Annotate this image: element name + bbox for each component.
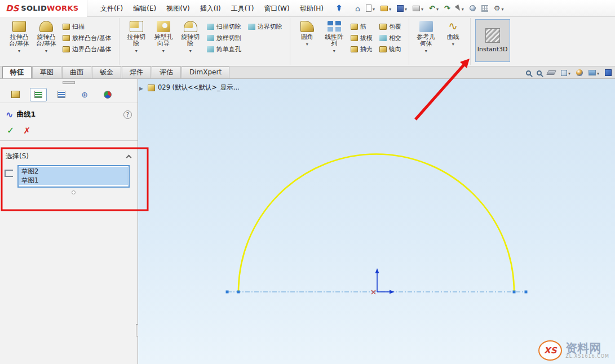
simple-hole-icon xyxy=(207,46,214,52)
menu-tools[interactable]: 工具(T) xyxy=(226,2,259,15)
file-properties-button[interactable] xyxy=(479,3,490,14)
menu-items: 文件(F) 编辑(E) 视图(V) 插入(I) 工具(T) 窗口(W) 帮助(H… xyxy=(95,2,329,15)
feature-manager-tab[interactable] xyxy=(7,88,24,101)
save-button[interactable] xyxy=(395,3,409,14)
display-manager-icon xyxy=(104,91,112,99)
menu-help[interactable]: 帮助(H) xyxy=(295,2,329,15)
shell-button[interactable]: 抽壳 xyxy=(349,43,374,55)
ok-button[interactable]: ✓ xyxy=(7,125,14,136)
intersect-button[interactable]: 相交 xyxy=(378,32,403,43)
fillet-button[interactable]: 圆角 xyxy=(294,20,321,49)
selection-listbox[interactable]: 草图2 草图1 xyxy=(17,165,130,188)
pin-menu-button[interactable] xyxy=(335,4,343,12)
menu-insert[interactable]: 插入(I) xyxy=(195,2,226,15)
select-arrow-icon xyxy=(454,5,462,12)
new-document-button[interactable] xyxy=(364,3,377,14)
zoom-area-button[interactable] xyxy=(537,70,542,76)
tab-dimxpert[interactable]: DimXpert xyxy=(182,66,229,78)
curves-icon xyxy=(446,21,460,32)
print-button[interactable] xyxy=(410,3,426,14)
open-button[interactable] xyxy=(378,3,393,14)
revolve-cut-label: 旋转切除 xyxy=(179,34,202,47)
tab-features[interactable]: 特征 xyxy=(2,66,32,78)
edit-appearance-button[interactable] xyxy=(576,69,583,76)
help-button[interactable]: ? xyxy=(123,110,132,119)
dropdown-caret-icon xyxy=(501,5,503,12)
cancel-button[interactable]: ✗ xyxy=(23,126,30,136)
arc-endpoint-right[interactable] xyxy=(513,291,516,294)
extrude-cut-icon xyxy=(130,21,143,32)
wrap-button[interactable]: 包覆 xyxy=(378,21,403,32)
menu-edit[interactable]: 编辑(E) xyxy=(128,2,161,15)
mirror-button[interactable]: 镜向 xyxy=(378,43,403,55)
extrude-boss-button[interactable]: 拉伸凸台/基体 xyxy=(6,20,33,56)
reference-geometry-button[interactable]: 参考几何体 xyxy=(413,20,440,56)
menu-bar: DS SOLIDWORKS 文件(F) 编辑(E) 视图(V) 插入(I) 工具… xyxy=(0,0,615,17)
boundary-cut-button[interactable]: 边界切除 xyxy=(246,21,284,32)
selection-item-sketch2[interactable]: 草图2 xyxy=(19,167,128,176)
panel-splitter-grip[interactable] xyxy=(63,81,75,84)
dimxpert-manager-tab[interactable]: ⊕ xyxy=(76,88,93,101)
view-settings-button[interactable] xyxy=(605,69,612,76)
draft-button[interactable]: 拔模 xyxy=(349,32,374,43)
linear-pattern-button[interactable]: 线性阵列 xyxy=(321,20,348,56)
sweep-button[interactable]: 扫描 xyxy=(61,21,113,32)
line-endpoint-right[interactable] xyxy=(525,291,528,294)
tab-surface[interactable]: 曲面 xyxy=(62,66,91,78)
rib-button[interactable]: 筋 xyxy=(349,21,374,32)
features-small-column-1: 筋 拔模 抽壳 xyxy=(349,21,374,55)
pin-icon xyxy=(335,4,343,12)
loft-button[interactable]: 放样凸台/基体 xyxy=(61,32,113,43)
line-endpoint-left[interactable] xyxy=(226,291,229,294)
intersect-label: 相交 xyxy=(389,34,401,42)
cut-small-column-1: 扫描切除 放样切割 简单直孔 xyxy=(205,21,243,55)
sweep-cut-button[interactable]: 扫描切除 xyxy=(205,21,243,32)
cut-small-column-2: 边界切除 xyxy=(246,21,284,32)
curves-button[interactable]: 曲线 xyxy=(440,20,467,49)
simple-hole-button[interactable]: 简单直孔 xyxy=(205,43,243,55)
apply-scene-button[interactable] xyxy=(589,69,599,77)
graphics-viewport[interactable]: ▶ 029 (默认<<默认>_显示... xyxy=(138,79,615,364)
zoom-area-icon xyxy=(537,70,542,76)
section-view-button[interactable] xyxy=(547,70,555,75)
rebuild-button[interactable] xyxy=(467,3,478,13)
arc-endpoint-left[interactable] xyxy=(237,291,240,294)
extrude-boss-icon xyxy=(12,21,26,32)
shell-icon xyxy=(351,46,358,52)
tab-sheet-metal[interactable]: 钣金 xyxy=(92,66,121,78)
menu-view[interactable]: 视图(V) xyxy=(161,2,195,15)
instant3d-button[interactable]: Instant3D xyxy=(475,19,510,62)
revolve-cut-button[interactable]: 旋转切除 xyxy=(177,20,204,56)
dropdown-caret-icon xyxy=(373,5,375,12)
quick-access-toolbar: ⌂ ↶ ↷ ⚙ xyxy=(353,3,506,14)
select-button[interactable] xyxy=(454,3,466,14)
boundary-boss-button[interactable]: 边界凸台/基体 xyxy=(61,43,113,55)
solidworks-window: DS SOLIDWORKS 文件(F) 编辑(E) 视图(V) 插入(I) 工具… xyxy=(0,0,615,364)
sweep-cut-label: 扫描切除 xyxy=(216,23,241,31)
loft-cut-button[interactable]: 放样切割 xyxy=(205,32,243,43)
listbox-resize-handle[interactable] xyxy=(72,190,76,194)
tab-evaluate[interactable]: 评估 xyxy=(152,66,181,78)
selection-item-sketch1[interactable]: 草图1 xyxy=(19,176,128,185)
hole-wizard-button[interactable]: 异型孔向导 xyxy=(150,20,177,56)
zoom-fit-button[interactable] xyxy=(526,70,531,76)
revolve-boss-button[interactable]: 旋转凸台/基体 xyxy=(33,20,60,56)
tab-weldments[interactable]: 焊件 xyxy=(122,66,151,78)
undo-button[interactable]: ↶ xyxy=(427,3,441,14)
save-icon xyxy=(397,5,404,12)
display-manager-tab[interactable] xyxy=(99,88,116,101)
tab-sketch[interactable]: 草图 xyxy=(32,66,61,78)
selection-section-header[interactable]: 选择(S) xyxy=(0,150,138,163)
redo-button[interactable]: ↷ xyxy=(442,3,453,14)
menu-file[interactable]: 文件(F) xyxy=(95,2,128,15)
extrude-cut-label: 拉伸切除 xyxy=(125,34,148,47)
property-manager-tab[interactable] xyxy=(30,88,47,101)
menu-window[interactable]: 窗口(W) xyxy=(259,2,294,15)
extrude-cut-button[interactable]: 拉伸切除 xyxy=(123,20,150,56)
undo-icon: ↶ xyxy=(429,5,435,12)
wrap-icon xyxy=(379,24,387,30)
options-button[interactable]: ⚙ xyxy=(492,3,506,14)
home-button[interactable]: ⌂ xyxy=(353,3,362,14)
configuration-manager-tab[interactable] xyxy=(53,88,70,101)
view-orientation-button[interactable] xyxy=(561,69,570,77)
